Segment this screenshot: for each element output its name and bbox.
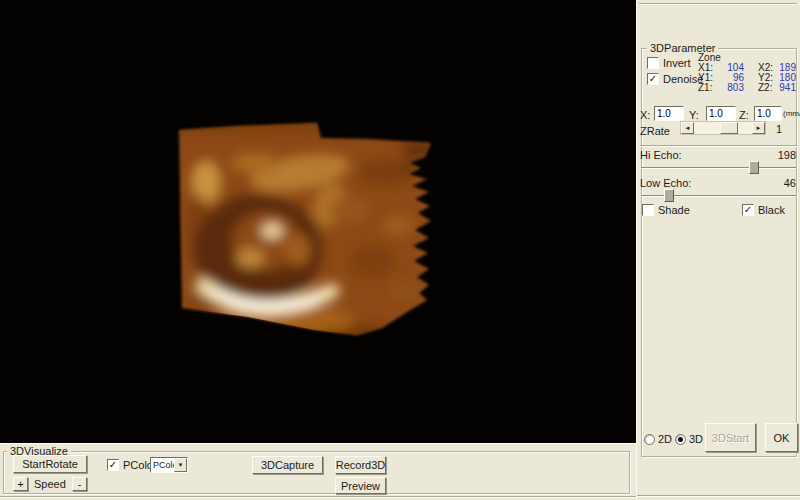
zrate-value: 1: [776, 123, 782, 135]
scale-y-label: Y:: [689, 109, 699, 121]
zrate-label: ZRate: [640, 125, 670, 137]
speed-plus-button[interactable]: +: [13, 477, 28, 491]
window-bottom-divider: [0, 496, 636, 498]
zrate-left-arrow-icon[interactable]: ◄: [681, 122, 694, 134]
start-rotate-button[interactable]: StartRotate: [13, 455, 87, 473]
scale-x-input[interactable]: [654, 106, 684, 121]
scale-y-input[interactable]: [706, 106, 736, 121]
invert-checkbox[interactable]: ✓: [647, 57, 659, 69]
shade-checkbox[interactable]: ✓: [642, 204, 654, 216]
3dcapture-button[interactable]: 3DCapture: [252, 456, 323, 474]
scale-x-label: X:: [640, 109, 650, 121]
low-echo-label: Low Echo:: [640, 177, 691, 189]
low-echo-slider-thumb[interactable]: [664, 189, 674, 202]
3dstart-button[interactable]: 3DStart: [705, 423, 756, 452]
zrate-right-arrow-icon[interactable]: ►: [752, 122, 765, 134]
zrate-scrollbar-thumb[interactable]: [720, 122, 738, 134]
echo-divider: [640, 145, 797, 147]
panel-bottom-divider: [637, 495, 800, 497]
check-icon: ✓: [649, 73, 657, 84]
scale-z-input[interactable]: [754, 106, 782, 121]
ultrasound-render: [0, 0, 636, 443]
pcolor-dropdown[interactable]: PColor ▼: [150, 457, 188, 473]
mode-3d-label: 3D: [689, 433, 703, 445]
invert-label: Invert: [663, 57, 691, 69]
denoise-checkbox[interactable]: ✓: [647, 73, 659, 85]
preview-button[interactable]: Preview: [335, 477, 386, 494]
hi-echo-slider-track[interactable]: [641, 167, 796, 169]
scale-z-label: Z:: [739, 109, 749, 121]
black-label: Black: [758, 204, 785, 216]
hi-echo-label: Hi Echo:: [640, 149, 682, 161]
zrate-scrollbar[interactable]: ◄ ►: [680, 121, 766, 135]
low-echo-value: 46: [761, 177, 796, 189]
record3d-button[interactable]: Record3D: [335, 456, 386, 474]
check-icon: ✓: [109, 459, 117, 470]
speed-minus-button[interactable]: -: [72, 477, 87, 491]
zone-z1-value: 803: [717, 82, 744, 93]
dropdown-arrow-icon[interactable]: ▼: [174, 458, 187, 472]
pcolor-checkbox[interactable]: ✓: [107, 459, 119, 471]
mode-2d-radio[interactable]: [644, 434, 655, 445]
ok-button[interactable]: OK: [765, 423, 798, 452]
zone-z2-label: Z2:: [758, 82, 772, 93]
parameter-panel: 3DParameter ✓ Invert ✓ Denoise Zone X1: …: [636, 0, 800, 500]
shade-label: Shade: [658, 204, 690, 216]
black-checkbox[interactable]: ✓: [742, 204, 754, 216]
zone-z1-label: Z1:: [698, 82, 712, 93]
speed-label: Speed: [34, 478, 66, 490]
visualize-panel: 3DVisualize StartRotate + Speed - ✓ PCol…: [0, 443, 636, 500]
mode-2d-label: 2D: [658, 433, 672, 445]
panel-top-divider: [639, 3, 797, 5]
render-viewport[interactable]: [0, 0, 636, 443]
check-icon: ✓: [744, 204, 752, 215]
mode-3d-radio[interactable]: [675, 434, 686, 445]
scale-unit-label: (mm/p): [783, 109, 800, 118]
hi-echo-value: 198: [761, 149, 796, 161]
hi-echo-slider-thumb[interactable]: [749, 161, 759, 174]
zone-z2-value: 941: [774, 82, 796, 93]
